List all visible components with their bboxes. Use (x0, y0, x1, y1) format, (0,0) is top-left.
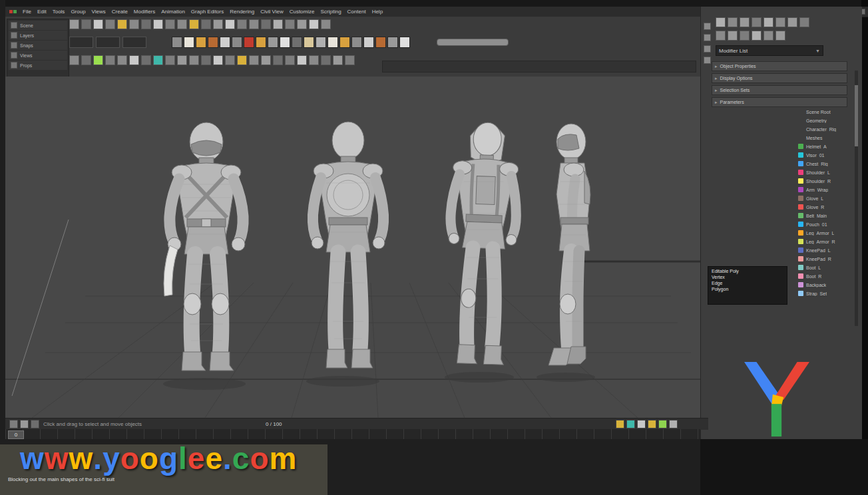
material-swatch[interactable] (172, 37, 182, 48)
panel-tab-icon[interactable] (716, 17, 726, 27)
menu-item[interactable]: Customize (290, 9, 315, 15)
toolbar-icon[interactable] (225, 55, 235, 65)
scene-tree-row[interactable]: KneePad_R (798, 255, 857, 263)
status-right-icon[interactable] (616, 420, 624, 428)
menu-item[interactable]: Civil View (260, 9, 284, 15)
menu-item[interactable]: Scripting (320, 9, 341, 15)
material-swatch[interactable] (327, 37, 338, 48)
panel-tab-icon[interactable] (763, 17, 773, 27)
menu-item[interactable]: File (23, 9, 31, 15)
panel-tab-icon[interactable] (728, 17, 738, 27)
panel-side-icon[interactable] (704, 45, 711, 53)
menu-item[interactable]: Views (92, 9, 106, 15)
toolbar-icon[interactable] (321, 55, 331, 65)
scene-tree-row[interactable]: Arm_Wrap (798, 186, 857, 194)
scene-tree-row[interactable]: Glove_L (798, 194, 857, 202)
menu-item[interactable]: Graph Editors (191, 9, 224, 15)
scene-tree-row[interactable]: Leg_Armor_R (798, 238, 857, 246)
menu-item[interactable]: Tools (53, 9, 65, 15)
model-suit-back[interactable] (288, 118, 408, 381)
quick-access-row[interactable]: Layers (9, 31, 67, 40)
status-icon[interactable] (31, 420, 39, 428)
scene-tree-row[interactable]: KneePad_L (798, 246, 857, 254)
rollout-header[interactable]: Object Properties (712, 61, 847, 71)
toolbar-icon[interactable] (117, 19, 127, 29)
status-right-icon[interactable] (658, 420, 667, 428)
panel-tab-icon[interactable] (787, 17, 797, 27)
toolbar-icon[interactable] (129, 19, 139, 29)
material-swatch[interactable] (387, 37, 398, 48)
menu-item[interactable]: Create (112, 9, 128, 15)
scene-tree-row[interactable]: Meshes (798, 134, 857, 142)
toolbar-icon[interactable] (177, 55, 187, 65)
toolbar-icon[interactable] (225, 19, 235, 29)
material-swatch[interactable] (375, 37, 386, 48)
status-right-icon[interactable] (626, 420, 635, 428)
scene-tree-row[interactable]: Chest_Rig (798, 160, 857, 168)
toolbar-icon[interactable] (81, 55, 91, 65)
toolbar-icon[interactable] (249, 19, 259, 29)
scene-tree-row[interactable]: Shoulder_L (798, 168, 857, 176)
panel-tool-icon[interactable] (763, 31, 773, 41)
model-suit-front[interactable] (146, 118, 266, 384)
panel-tab-icon[interactable] (775, 17, 785, 27)
model-suit-side[interactable] (523, 118, 623, 377)
rollout-header[interactable]: Selection Sets (712, 85, 847, 95)
scene-tree-row[interactable]: Leg_Armor_L (798, 229, 857, 237)
toolbar-icon[interactable] (333, 55, 343, 65)
timeline-handle[interactable]: 0 (8, 430, 24, 439)
quick-access-row[interactable]: Props (9, 61, 67, 70)
timeline-slider[interactable]: 0 (5, 429, 700, 439)
toolbar-icon[interactable] (237, 19, 247, 29)
panel-side-icon[interactable] (704, 23, 711, 30)
toolbar-icon[interactable] (69, 55, 79, 65)
panel-tool-icon[interactable] (728, 31, 738, 41)
toolbar-icon[interactable] (261, 19, 271, 29)
viewport-3d[interactable] (5, 77, 700, 418)
scene-tree-row[interactable]: Character_Rig (798, 125, 857, 133)
scene-tree-row[interactable]: Scene Root (798, 108, 857, 116)
quick-access-row[interactable]: Views (9, 51, 67, 60)
toolbar-icon[interactable] (285, 55, 295, 65)
toolbar-icon[interactable] (273, 19, 283, 29)
status-icon[interactable] (9, 420, 18, 428)
quick-access-row[interactable]: Snaps (9, 41, 67, 50)
toolbar-icon[interactable] (285, 19, 295, 29)
material-swatch[interactable] (268, 37, 278, 48)
panel-side-icon[interactable] (704, 57, 711, 64)
toolbar-icon[interactable] (237, 55, 247, 65)
material-swatch[interactable] (244, 37, 254, 48)
toolbar-icon[interactable] (141, 55, 151, 65)
material-swatch[interactable] (184, 37, 194, 48)
toolbar-icon[interactable] (345, 55, 355, 65)
rollout-header[interactable]: Parameters (712, 97, 847, 107)
toolbar-icon[interactable] (189, 19, 199, 29)
material-swatch[interactable] (292, 37, 302, 48)
panel-tab-icon[interactable] (740, 17, 750, 27)
panel-tab-icon[interactable] (752, 17, 761, 27)
toolbar-dropdown[interactable] (122, 37, 146, 48)
modifier-stack-entry[interactable]: Edge (712, 281, 783, 285)
toolbar-icon[interactable] (213, 55, 223, 65)
status-right-icon[interactable] (669, 420, 678, 428)
toolbar-icon[interactable] (177, 19, 187, 29)
modifier-stack-entry[interactable]: Polygon (712, 287, 783, 291)
toolbar-icon[interactable] (213, 19, 223, 29)
modifier-stack-entry[interactable]: Editable Poly (712, 269, 783, 273)
scene-tree-row[interactable]: Strap_Set (798, 289, 857, 297)
scene-tree-row[interactable]: Geometry (798, 116, 857, 124)
scene-tree-row[interactable]: Glove_R (798, 203, 857, 211)
material-swatch[interactable] (220, 37, 230, 48)
scene-tree-row[interactable]: Backpack (798, 281, 857, 289)
toolbar-icon[interactable] (93, 19, 103, 29)
scene-tree-row[interactable]: Shoulder_R (798, 177, 857, 185)
panel-scrollbar-thumb[interactable] (855, 85, 858, 146)
panel-tab-icon[interactable] (799, 17, 809, 27)
menu-item[interactable]: Rendering (230, 9, 254, 15)
scene-tree-row[interactable]: Pouch_01 (798, 220, 857, 228)
rollout-header[interactable]: Display Options (712, 73, 847, 83)
material-swatch[interactable] (304, 37, 314, 48)
panel-tool-icon[interactable] (740, 31, 750, 41)
toolbar-dropdown[interactable] (69, 37, 93, 48)
toolbar-icon[interactable] (153, 55, 163, 65)
